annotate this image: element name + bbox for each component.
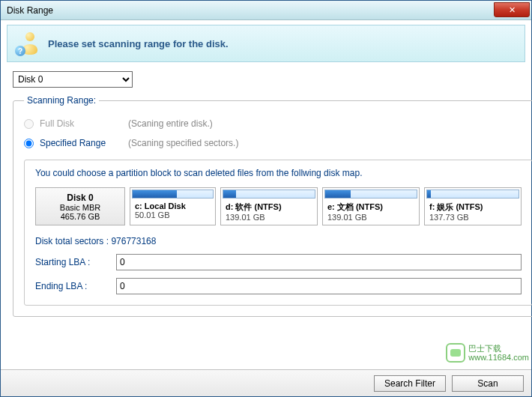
footer: Search Filter Scan [1, 369, 531, 396]
scan-button[interactable]: Scan [452, 375, 524, 392]
scanning-range-legend: Scanning Range: [24, 95, 99, 106]
disk-type: Basic MBR [42, 203, 118, 212]
full-disk-hint: (Scaning entire disk.) [128, 118, 213, 129]
disk-select[interactable]: Disk 0 [13, 71, 133, 88]
specified-range-hint: (Scaning specified sectors.) [128, 138, 238, 148]
starting-lba-row: Starting LBA : [35, 254, 522, 270]
partition-label: e: 文档 (NTFS) [323, 200, 419, 213]
partition[interactable]: f: 娱乐 (NTFS)137.73 GB [424, 187, 522, 225]
body-area: Disk 0 Scanning Range: Full Disk (Scanin… [1, 62, 531, 369]
starting-lba-input[interactable] [116, 254, 522, 270]
window-title: Disk Range [7, 5, 53, 16]
header-text: Please set scanning range for the disk. [48, 38, 229, 49]
specified-range-label: Specified Range [40, 138, 122, 148]
disk-name: Disk 0 [42, 193, 118, 203]
partition-usage-bar [324, 190, 417, 198]
disk-size: 465.76 GB [42, 212, 118, 221]
header-banner: ? Please set scanning range for the disk… [7, 25, 525, 62]
full-disk-label: Full Disk [40, 118, 122, 129]
radio-row-specified-range[interactable]: Specified Range (Scaning specified secto… [24, 134, 532, 152]
full-disk-radio [24, 119, 34, 129]
ending-lba-label: Ending LBA : [35, 281, 110, 291]
total-sectors-label: Disk total sectors : [35, 236, 109, 246]
specified-range-radio[interactable] [24, 139, 34, 148]
partition-usage-bar [426, 190, 519, 198]
starting-lba-label: Starting LBA : [35, 257, 110, 267]
ending-lba-row: Ending LBA : [35, 278, 522, 294]
close-button[interactable]: ✕ [494, 2, 530, 17]
ending-lba-input[interactable] [116, 278, 522, 294]
partition[interactable]: d: 软件 (NTFS)139.01 GB [220, 187, 318, 225]
titlebar[interactable]: Disk Range ✕ [1, 1, 531, 20]
partition-block-desc: You could choose a partition block to sc… [35, 168, 522, 178]
partition-usage-bar [223, 190, 315, 198]
radio-row-full-disk: Full Disk (Scaning entire disk.) [24, 115, 532, 133]
partition[interactable]: e: 文档 (NTFS)139.01 GB [322, 187, 420, 225]
disk-map: Disk 0 Basic MBR 465.76 GB c: Local Disk… [35, 187, 522, 225]
close-icon: ✕ [509, 5, 516, 15]
partition-label: d: 软件 (NTFS) [221, 200, 317, 213]
partition-size: 139.01 GB [323, 213, 419, 225]
total-sectors-row: Disk total sectors : 976773168 [35, 236, 522, 246]
total-sectors-value: 976773168 [111, 236, 156, 246]
partition-usage-bar [132, 190, 214, 198]
disk-header[interactable]: Disk 0 Basic MBR 465.76 GB [35, 187, 125, 225]
partition[interactable]: c: Local Disk50.01 GB [130, 187, 216, 225]
partition-size: 139.01 GB [221, 213, 317, 225]
partition-size: 50.01 GB [130, 210, 215, 222]
partition-size: 137.73 GB [425, 213, 521, 225]
partition-block: You could choose a partition block to sc… [24, 160, 532, 306]
partition-label: f: 娱乐 (NTFS) [425, 200, 521, 213]
user-question-icon: ? [15, 31, 40, 56]
search-filter-button[interactable]: Search Filter [374, 375, 446, 392]
partition-label: c: Local Disk [130, 200, 215, 210]
scanning-range-group: Scanning Range: Full Disk (Scaning entir… [13, 95, 532, 317]
disk-range-window: Disk Range ✕ ? Please set scanning range… [0, 0, 532, 397]
